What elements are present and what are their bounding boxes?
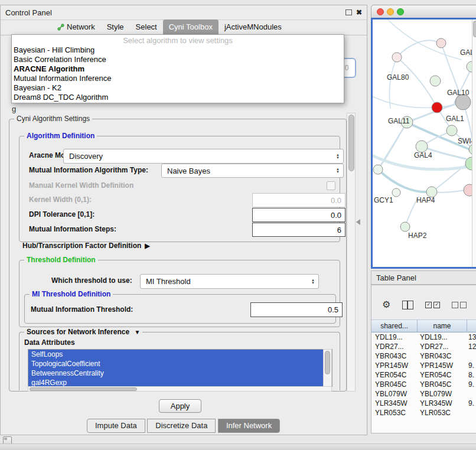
algorithm-option[interactable]: Bayesian - K2: [12, 83, 344, 93]
tab-select[interactable]: Select: [130, 19, 163, 35]
network-node[interactable]: [436, 38, 446, 48]
network-view-window: GAL8GAL80GAL10GAL11GAL1SWI4GAL4GCY1HAP4H…: [371, 5, 476, 269]
cyni-algorithm-settings-label: Cyni Algorithm Settings: [14, 115, 92, 123]
table-row[interactable]: YBL079WYBL079W: [371, 389, 476, 399]
tab-impute-data[interactable]: Impute Data: [87, 419, 145, 433]
table-cell: YER054C: [419, 371, 467, 379]
tab-network[interactable]: Network: [51, 19, 101, 35]
data-attribute-item[interactable]: BetweennessCentrality: [28, 369, 332, 378]
network-node[interactable]: [416, 141, 428, 152]
window-minimize-icon[interactable]: [387, 8, 394, 15]
manual-kernel-checkbox[interactable]: [327, 181, 335, 190]
tab-discretize-data[interactable]: Discretize Data: [147, 419, 216, 433]
kernel-width-input[interactable]: 0.0: [252, 193, 345, 207]
table-cell: YBL079W: [371, 390, 419, 398]
network-node[interactable]: [446, 125, 457, 136]
tab-cyni-toolbox[interactable]: Cyni Toolbox: [163, 19, 219, 35]
tab-style[interactable]: Style: [101, 19, 130, 35]
status-bar: [0, 444, 476, 450]
sources-group-toggle[interactable]: Sources for Network Inference ▼: [24, 328, 142, 336]
network-canvas[interactable]: GAL8GAL80GAL10GAL11GAL1SWI4GAL4GCY1HAP4H…: [371, 18, 476, 269]
table-row[interactable]: YLR345WYLR345W9.: [371, 399, 476, 408]
mi-steps-input[interactable]: 6: [252, 223, 345, 237]
table-row[interactable]: YBR045CYBR045C9.: [371, 380, 476, 389]
data-attribute-item[interactable]: SelfLoops: [28, 350, 332, 359]
algorithm-option[interactable]: Basic Correlation Inference: [12, 55, 344, 64]
table-row[interactable]: YBR043CYBR043C: [371, 351, 476, 361]
cyni-algorithm-settings-group: Cyni Algorithm Settings Algorithm Defini…: [9, 119, 347, 392]
table-cell: 9.: [467, 361, 476, 370]
combo-arrows-icon: ▲▼: [336, 154, 340, 159]
tab-jactivemodules[interactable]: jActiveMNodules: [219, 19, 288, 35]
table-row[interactable]: YDR27...YDR27...12: [371, 342, 476, 351]
control-panel: Control Panel ✖ Network Style Select Cyn…: [0, 5, 367, 435]
network-window-titlebar[interactable]: [371, 5, 476, 19]
window-zoom-icon[interactable]: [397, 8, 404, 15]
node-label: GAL1: [446, 115, 464, 123]
table-cell: YDR27...: [419, 343, 467, 351]
dpi-tolerance-input[interactable]: 0.0: [252, 208, 345, 222]
algorithm-option[interactable]: Dream8 DC_TDC Algorithm: [12, 93, 344, 102]
data-attribute-item[interactable]: TopologicalCoefficient: [28, 359, 332, 369]
table-cell: YLR053C: [371, 409, 419, 417]
network-node[interactable]: [392, 53, 402, 62]
table-cell: YBR045C: [419, 380, 467, 389]
table-cell: 13: [467, 333, 476, 341]
aracne-mode-select[interactable]: Discovery ▲▼: [63, 149, 344, 164]
node-label: GCY1: [374, 196, 393, 204]
columns-icon[interactable]: [402, 301, 413, 309]
column-header-clipped[interactable]: [467, 319, 476, 332]
data-attributes-list: SelfLoopsTopologicalCoefficientBetweenne…: [28, 349, 332, 387]
network-vscrollbar[interactable]: [472, 19, 476, 267]
which-threshold-select[interactable]: MI Threshold ▲▼: [140, 274, 319, 289]
table-cell: YLR053C: [419, 409, 467, 417]
network-node[interactable]: [432, 102, 442, 113]
control-panel-scroll-thumb[interactable]: [348, 115, 354, 171]
mi-type-select[interactable]: Naive Bayes ▲▼: [161, 164, 344, 178]
attributes-hscrollbar[interactable]: [28, 386, 332, 392]
algorithm-option[interactable]: Bayesian - Hill Climbing: [12, 45, 344, 55]
apply-button[interactable]: Apply: [159, 399, 201, 413]
gear-icon[interactable]: ⚙: [382, 300, 390, 309]
control-panel-titlebar: Control Panel ✖: [1, 5, 367, 20]
network-node[interactable]: [430, 76, 441, 86]
column-header-shared[interactable]: shared...: [371, 319, 418, 332]
network-node[interactable]: [373, 165, 383, 174]
deselect-all-icon[interactable]: [452, 302, 467, 308]
attributes-vscroll-thumb[interactable]: [325, 351, 330, 374]
table-row[interactable]: YER054CYER054C8.: [371, 370, 476, 380]
table-cell: YDL19...: [371, 333, 419, 341]
control-panel-scrollbar[interactable]: [347, 113, 356, 392]
close-panel-icon[interactable]: ✖: [356, 9, 362, 16]
table-cell: YPR145W: [419, 361, 467, 370]
column-header-name[interactable]: name: [418, 319, 467, 332]
table-panel-titlebar: Table Panel: [371, 270, 476, 285]
window-close-icon[interactable]: [377, 8, 384, 15]
obscured-text-fragment: g: [12, 105, 16, 113]
table-cell: YBL079W: [419, 390, 467, 398]
table-row[interactable]: YDL19...YDL19...13: [371, 332, 476, 342]
tab-infer-network[interactable]: Infer Network: [218, 419, 280, 433]
attributes-hscroll-thumb[interactable]: [30, 387, 137, 391]
algorithm-option[interactable]: Mutual Information Inference: [12, 74, 344, 83]
split-pane-collapse-icon[interactable]: [356, 219, 360, 225]
float-panel-icon[interactable]: [345, 9, 352, 15]
table-row[interactable]: YLR053CYLR053C: [371, 408, 476, 418]
select-all-icon[interactable]: ✓✓: [425, 302, 440, 308]
attributes-vscrollbar[interactable]: [323, 349, 332, 387]
network-node[interactable]: [400, 222, 410, 231]
data-attribute-item[interactable]: gal4RGexp: [28, 378, 332, 387]
algorithm-option[interactable]: ARACNE Algorithm: [12, 64, 344, 74]
hub-tf-section-toggle[interactable]: Hub/Transcription Factor Definition ▶: [22, 239, 150, 252]
mi-threshold-group-label: MI Threshold Definition: [30, 290, 113, 298]
kernel-width-label: Kernel Width (0,1):: [29, 193, 92, 206]
table-cell: 9.: [467, 380, 476, 389]
table-row[interactable]: YPR145WYPR145W9.: [371, 361, 476, 370]
threshold-definition-label: Threshold Definition: [24, 256, 98, 264]
network-vscroll-thumb[interactable]: [473, 21, 476, 37]
network-node[interactable]: [392, 188, 400, 197]
node-label: HAP4: [416, 196, 435, 204]
network-edge: [380, 122, 407, 167]
algorithm-definition-label: Algorithm Definition: [24, 132, 97, 140]
mi-threshold-input[interactable]: 0.5: [250, 302, 343, 317]
